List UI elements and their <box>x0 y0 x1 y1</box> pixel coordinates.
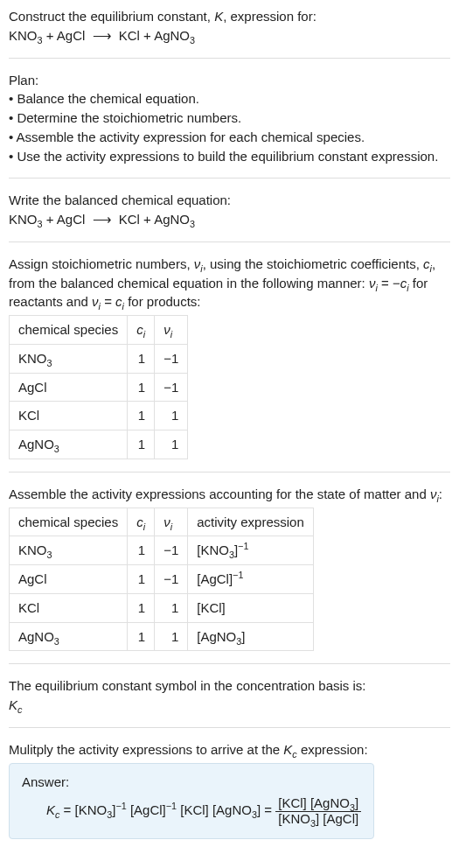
cell-activity: [KCl] <box>188 593 314 622</box>
K-sub: c <box>17 704 22 715</box>
species-sub: 3 <box>47 358 52 368</box>
cell-species: KNO3 <box>10 536 128 565</box>
cell-activity: [KNO3]−1 <box>188 536 314 565</box>
plan-title: Plan: <box>9 71 450 90</box>
product-2-sub: 3 <box>190 219 195 229</box>
rule-eq2: = <box>101 294 115 309</box>
nu-hdr-sub: i <box>170 522 172 532</box>
cell-activity: [AgNO3] <box>188 622 314 651</box>
cell-species: AgCl <box>10 565 128 594</box>
col-species: chemical species <box>10 508 128 536</box>
cell-c: 1 <box>128 593 155 622</box>
assign-paragraph: Assign stoichiometric numbers, νi, using… <box>9 255 450 312</box>
term-agno3: [AgNO <box>212 802 252 817</box>
num-agno3: [AgNO <box>310 795 350 810</box>
plus-1: + <box>43 212 57 227</box>
product-1: KCl <box>119 212 140 227</box>
assign-t1: Assign stoichiometric numbers, <box>9 256 194 271</box>
nu-hdr: ν <box>163 322 170 337</box>
cell-c: 1 <box>128 565 155 594</box>
term-kno3: [KNO <box>75 802 108 817</box>
reactant-2: AgCl <box>57 212 86 227</box>
kc-basis-line: The equilibrium constant symbol in the c… <box>9 676 450 696</box>
exp: −1 <box>115 801 126 811</box>
cell-species: KCl <box>10 402 128 430</box>
cell-nu: 1 <box>155 622 188 651</box>
table-row: KNO3 1 −1 <box>10 344 188 373</box>
assemble-intro: Assemble the activity expressions accoun… <box>9 485 450 504</box>
K: K <box>46 802 55 817</box>
plan-bullet-1: • Balance the chemical equation. <box>9 89 450 108</box>
fraction: [KCl] [AgNO3][KNO3] [AgCl] <box>275 796 361 826</box>
cell-nu: −1 <box>155 344 188 373</box>
multiply-intro: Mulitply the activity expressions to arr… <box>9 740 450 760</box>
multiply-a: Mulitply the activity expressions to arr… <box>9 742 283 757</box>
cell-c: 1 <box>128 622 155 651</box>
col-activity: activity expression <box>188 508 314 536</box>
c-hdr-sub: i <box>143 329 145 340</box>
table-row: AgCl 1 −1 <box>10 373 188 402</box>
species-sub: 3 <box>47 550 52 560</box>
close: ] <box>355 795 358 810</box>
act-base: [AgNO <box>197 629 236 644</box>
divider <box>9 178 450 178</box>
product-2-sub: 3 <box>190 35 195 46</box>
table-header-row: chemical species ci νi <box>10 316 188 345</box>
species-name: KNO <box>18 351 47 366</box>
divider <box>9 727 450 728</box>
cell-nu: −1 <box>155 565 188 594</box>
kc-symbol: Kc <box>9 696 450 715</box>
activity-table: chemical species ci νi activity expressi… <box>9 508 314 652</box>
header-text-2: , expression for: <box>223 9 316 24</box>
divider <box>9 663 450 664</box>
rule-c2: c <box>115 294 122 309</box>
divider <box>9 472 450 472</box>
cell-species: AgCl <box>10 373 128 402</box>
cell-species: KCl <box>10 593 128 622</box>
species-name: AgNO <box>18 629 54 644</box>
cell-activity: [AgCl]−1 <box>188 565 314 594</box>
table-row: AgCl 1 −1 [AgCl]−1 <box>10 565 314 594</box>
answer-box: Answer: Kc = [KNO3]−1 [AgCl]−1 [KCl] [Ag… <box>9 763 374 840</box>
cell-nu: 1 <box>155 402 188 430</box>
den-agcl: [AgCl] <box>323 811 358 826</box>
cell-species: AgNO3 <box>10 430 128 459</box>
K: K <box>9 697 17 712</box>
c: c <box>423 256 430 271</box>
arrow-icon: ⟶ <box>89 26 115 46</box>
multiply-b: expression: <box>297 742 368 757</box>
act-close: ] <box>241 629 245 644</box>
product-2: AgNO <box>154 212 190 227</box>
table-row: AgNO3 1 1 [AgNO3] <box>10 622 314 651</box>
cell-species: AgNO3 <box>10 622 128 651</box>
plan-bullet-2: • Determine the stoichiometric numbers. <box>9 108 450 128</box>
act-base: [KNO <box>197 542 229 557</box>
plus-2: + <box>140 28 154 43</box>
den-kno3: [KNO <box>278 811 310 826</box>
eq2: = <box>261 802 275 817</box>
nu-hdr-sub: i <box>170 329 172 340</box>
header-K: K <box>214 9 223 24</box>
cell-c: 1 <box>128 373 155 402</box>
cell-nu: −1 <box>155 373 188 402</box>
species-sub: 3 <box>54 636 59 647</box>
K: K <box>283 742 292 757</box>
cell-nu: −1 <box>155 536 188 565</box>
exp: −1 <box>166 801 177 811</box>
eq: = <box>59 802 74 817</box>
target-equation: KNO3 + AgCl ⟶ KCl + AgNO3 <box>9 26 450 46</box>
table-header-row: chemical species ci νi activity expressi… <box>10 508 314 536</box>
col-species: chemical species <box>10 316 128 345</box>
table-row: KCl 1 1 [KCl] <box>10 593 314 622</box>
table-row: AgNO3 1 1 <box>10 430 188 459</box>
divider <box>9 58 450 59</box>
act-exp: −1 <box>233 570 243 580</box>
col-nu: νi <box>155 508 188 536</box>
cell-c: 1 <box>128 344 155 373</box>
num-kcl: [KCl] <box>278 795 307 810</box>
answer-equation: Kc = [KNO3]−1 [AgCl]−1 [KCl] [AgNO3] = [… <box>22 796 361 826</box>
term-kcl: [KCl] <box>180 802 209 817</box>
header-text-1: Construct the equilibrium constant, <box>9 9 214 24</box>
plan-bullet-4: • Use the activity expressions to build … <box>9 147 450 166</box>
answer-label: Answer: <box>22 773 361 792</box>
